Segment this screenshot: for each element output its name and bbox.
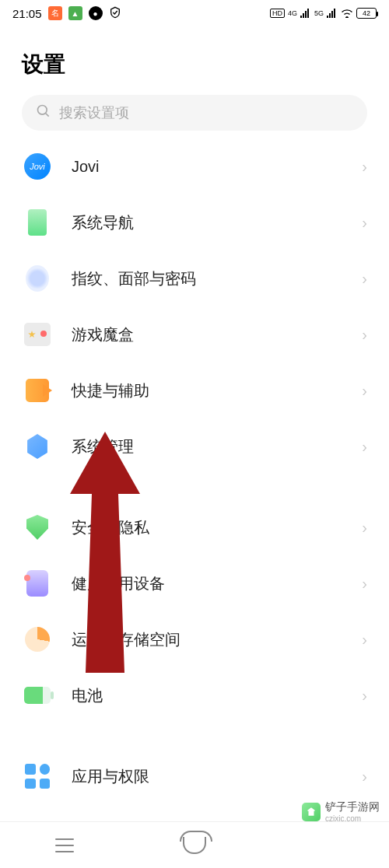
svg-rect-2 — [305, 11, 307, 18]
chevron-right-icon: › — [362, 158, 367, 176]
list-item-apps[interactable]: 应用与权限 › — [0, 748, 389, 804]
svg-line-9 — [46, 114, 49, 117]
chevron-right-icon: › — [362, 438, 367, 456]
navigation-bar — [0, 821, 389, 868]
chevron-right-icon: › — [362, 519, 367, 537]
watermark: 铲子手游网 czjxjc.com — [302, 800, 380, 823]
shortcut-icon — [23, 376, 51, 404]
hd-badge: HD — [270, 9, 285, 18]
home-button[interactable] — [179, 834, 210, 857]
security-icon — [23, 513, 51, 541]
item-label: 健康使用设备 — [72, 573, 342, 594]
item-label: Jovi — [72, 158, 342, 176]
search-icon — [36, 103, 51, 122]
notification-icon-1: 名 — [48, 6, 62, 20]
wifi-icon — [341, 7, 353, 20]
system-management-icon — [23, 432, 51, 460]
item-label: 指纹、面部与密码 — [72, 268, 342, 289]
chevron-right-icon: › — [362, 631, 367, 649]
list-item-fingerprint[interactable]: 指纹、面部与密码 › — [0, 250, 389, 306]
status-left: 21:05 名 ▲ ● — [12, 6, 121, 21]
chevron-right-icon: › — [362, 575, 367, 593]
svg-point-8 — [38, 106, 47, 115]
chevron-right-icon: › — [362, 382, 367, 400]
list-item-health[interactable]: 健康使用设备 › — [0, 555, 389, 611]
signal-bars-icon-2 — [327, 7, 338, 20]
item-label: 运存与存储空间 — [72, 629, 342, 650]
battery-status-icon: 42 — [356, 8, 377, 19]
item-label: 安全与隐私 — [72, 517, 342, 538]
watermark-name: 铲子手游网 — [325, 800, 380, 814]
status-right: HD 4G 5G 42 — [270, 7, 377, 20]
svg-rect-6 — [331, 11, 333, 18]
page-title: 设置 — [22, 50, 367, 79]
svg-rect-7 — [334, 9, 335, 18]
group-divider — [0, 474, 389, 499]
chevron-right-icon: › — [362, 326, 367, 344]
status-time: 21:05 — [12, 7, 42, 20]
chevron-right-icon: › — [362, 687, 367, 705]
network-5g: 5G — [314, 9, 324, 17]
recent-apps-button[interactable] — [49, 834, 80, 857]
svg-rect-5 — [329, 13, 331, 18]
list-item-system-management[interactable]: 系统管理 › — [0, 418, 389, 474]
item-label: 应用与权限 — [72, 766, 342, 787]
system-navigation-icon — [23, 208, 51, 236]
item-label: 系统导航 — [72, 212, 342, 233]
storage-icon — [23, 625, 51, 653]
status-bar: 21:05 名 ▲ ● HD 4G 5G 42 — [0, 0, 389, 26]
network-4g: 4G — [288, 9, 297, 17]
list-item-system-navigation[interactable]: 系统导航 › — [0, 194, 389, 250]
svg-rect-0 — [300, 16, 302, 18]
chevron-right-icon: › — [362, 214, 367, 232]
item-label: 电池 — [72, 685, 342, 706]
list-item-jovi[interactable]: Jovi Jovi › — [0, 138, 389, 194]
shield-status-icon — [109, 6, 121, 21]
list-item-battery[interactable]: 电池 › — [0, 667, 389, 723]
apps-icon — [23, 762, 51, 790]
item-label: 快捷与辅助 — [72, 380, 342, 401]
health-icon — [23, 569, 51, 597]
notification-icon-3: ● — [89, 6, 103, 20]
chevron-right-icon: › — [362, 768, 367, 786]
item-label: 游戏魔盒 — [72, 324, 342, 345]
svg-rect-3 — [307, 9, 309, 18]
watermark-logo-icon — [302, 803, 321, 821]
list-item-gamebox[interactable]: 游戏魔盒 › — [0, 306, 389, 362]
header: 设置 — [0, 26, 389, 95]
gamebox-icon — [23, 320, 51, 348]
chevron-right-icon: › — [362, 270, 367, 288]
jovi-icon: Jovi — [23, 152, 51, 180]
signal-bars-icon — [300, 7, 311, 20]
search-bar[interactable]: 搜索设置项 — [22, 95, 367, 131]
list-item-security[interactable]: 安全与隐私 › — [0, 499, 389, 555]
svg-rect-1 — [303, 13, 304, 18]
svg-rect-4 — [327, 16, 328, 18]
battery-icon — [23, 681, 51, 709]
settings-list: Jovi Jovi › 系统导航 › 指纹、面部与密码 › 游戏魔盒 › 快捷与… — [0, 131, 389, 804]
notification-icon-2: ▲ — [68, 6, 82, 20]
search-placeholder: 搜索设置项 — [59, 103, 129, 122]
list-item-shortcut[interactable]: 快捷与辅助 › — [0, 362, 389, 418]
group-divider — [0, 723, 389, 748]
list-item-storage[interactable]: 运存与存储空间 › — [0, 611, 389, 667]
fingerprint-icon — [23, 264, 51, 292]
item-label: 系统管理 — [72, 436, 342, 457]
